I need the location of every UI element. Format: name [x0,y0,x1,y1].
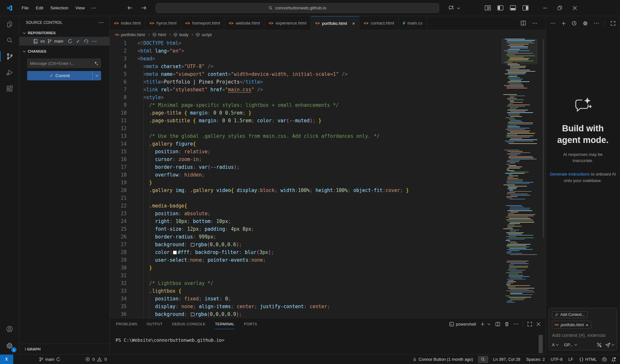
tab-hyrox.html[interactable]: <>hyrox.html [145,16,181,30]
code-line: 27 background: rgba(0,0,0,0.6); [110,241,504,248]
repo-more-actions-button[interactable]: ⋯ [91,39,98,44]
toggle-primary-sidebar-button[interactable] [497,5,503,11]
menu-edit[interactable]: Edit [32,5,47,10]
context-chip-portfolio[interactable]: <> portfolio.html + [552,321,591,329]
commit-dropdown-button[interactable] [92,71,101,80]
minimap[interactable] [501,39,538,318]
commit-button[interactable]: ✓ Commit [27,71,101,80]
cursor-position-item[interactable]: Ln 397, Col 28 [490,355,523,364]
copilot-button[interactable] [448,5,461,11]
new-terminal-button[interactable] [480,322,491,327]
problems-status-item[interactable]: 0 0 [82,355,110,364]
breadcrumb-item-portfolio.html[interactable]: <>portfolio.html [115,32,145,37]
kill-terminal-button[interactable] [504,322,509,327]
sync-icon[interactable] [67,39,73,44]
mode-picker[interactable]: A [552,342,558,347]
close-panel-button[interactable] [536,322,541,326]
indentation-item[interactable]: Spaces: 2 [523,355,548,364]
run-and-debug-icon[interactable] [0,65,19,81]
generate-instructions-link[interactable]: Generate instructions [550,172,590,177]
search-status-button[interactable] [478,356,488,363]
section-changes[interactable]: CHANGES [19,47,109,55]
back-button[interactable] [127,5,133,11]
model-picker[interactable]: GP... [564,342,577,347]
eol-item[interactable]: LF [565,355,576,364]
minimize-button[interactable] [538,0,553,16]
customize-layout-button[interactable] [485,5,491,11]
encoding-item[interactable]: UTF-8 [548,355,565,364]
notifications-bell-icon[interactable] [609,355,620,364]
terminal-shell-item[interactable]: powershell [449,322,476,327]
chat-more-actions-button[interactable]: ⋯ [594,21,599,26]
section-graph[interactable]: GRAPH [19,344,109,354]
maximize-panel-button[interactable] [527,322,532,327]
add-context-button[interactable]: Add Context... [552,311,588,318]
editor-scrollbar[interactable] [543,39,544,238]
tools-icon[interactable] [596,342,602,348]
copilot-status-icon[interactable] [600,355,609,364]
explorer-icon[interactable] [0,16,19,32]
branch-status-item[interactable]: main [36,355,64,364]
new-chat-button[interactable] [561,21,566,26]
tab-index.html[interactable]: <>index.html [110,16,145,30]
panel-more-actions-button[interactable]: ⋯ [513,321,519,327]
code-editor[interactable]: 1<!DOCTYPE html>2<html lang="en">3<head>… [110,39,546,318]
send-button[interactable] [605,342,614,348]
split-terminal-button[interactable] [495,322,500,327]
code-icon: <> [115,33,119,37]
panel-tab-debug-console[interactable]: DEBUG CONSOLE [171,319,206,329]
close-window-button[interactable] [567,0,582,16]
tab-website.html[interactable]: <>website.html [224,16,264,30]
line-number: 7 [110,86,127,94]
toggle-secondary-sidebar-button[interactable] [522,5,529,11]
editor-more-actions-button[interactable]: ⋯ [532,21,537,26]
settings-gear-icon[interactable]: 1 [0,337,19,354]
chat-history-button[interactable] [572,21,577,26]
tab-homeport.html[interactable]: <>homeport.html [181,16,225,30]
forward-button[interactable] [141,5,147,11]
section-repositories[interactable]: REPOSITORIES [19,29,109,37]
menu-overflow-button[interactable]: ⋯ [88,5,99,11]
breadcrumb-item-html[interactable]: html [152,32,166,37]
remote-indicator[interactable] [0,355,13,364]
git-blame-item[interactable]: Connor Button (1 month ago) [409,355,476,364]
language-mode-item[interactable]: {} HTML [576,355,600,364]
repository-row[interactable]: co main ✓ ⋯ [19,37,109,46]
command-center-search[interactable]: connorbuttonweb.github.io [156,3,439,13]
toggle-panel-button[interactable] [510,5,516,11]
source-control-icon[interactable] [0,48,19,65]
refresh-icon[interactable] [84,39,89,44]
tab-main.cs[interactable]: #main.cs [398,16,427,30]
chat-input-box[interactable]: Add Context... <> portfolio.html + Add c… [549,308,617,350]
split-editor-button[interactable] [521,20,526,26]
menu-view[interactable]: View [72,5,88,10]
maximize-chat-button[interactable] [611,21,615,26]
panel-tab-ports[interactable]: PORTS [243,319,257,329]
sidebar-more-actions-button[interactable]: ⋯ [96,20,106,25]
close-tab-icon[interactable]: × [352,21,355,26]
copilot-chat-panel: ⋯ ⋯ Build with agent mode. AI responses … [546,16,620,354]
tab-experience.html[interactable]: <>experience.html [264,16,311,30]
commit-check-icon[interactable]: ✓ [76,39,80,44]
menu-file[interactable]: File [18,5,32,10]
restore-button[interactable] [553,0,567,16]
tab-contact.html[interactable]: <>contact.html [359,16,398,30]
menu-selection[interactable]: Selection [47,5,72,10]
breadcrumb-item-script[interactable]: script [196,32,212,37]
line-text: border-radius: var(--radius); [127,163,240,171]
chat-input-placeholder[interactable]: Add context (#), extensio [552,332,614,338]
search-icon[interactable] [0,32,19,48]
tab-portfolio.html[interactable]: <>portfolio.html× [311,16,360,30]
extensions-icon[interactable] [0,81,19,97]
commit-message-input[interactable]: Message (Ctrl+Enter t... [27,58,101,68]
panel-tab-terminal[interactable]: TERMINAL [215,319,235,329]
panel-tab-problems[interactable]: PROBLEMS [116,319,138,329]
chat-settings-gear-icon[interactable] [583,21,588,26]
terminal-prompt[interactable]: PS C:\Website\connorbuttonweb.github.io> [110,330,546,343]
chat-overflow-button[interactable]: ⋯ [550,21,555,26]
breadcrumb-item-body[interactable]: body [173,32,188,37]
terminal-scrollbar[interactable] [539,335,543,353]
accounts-icon[interactable] [0,321,19,337]
panel-tab-output[interactable]: OUTPUT [146,319,163,329]
sparkle-icon[interactable] [94,61,98,66]
